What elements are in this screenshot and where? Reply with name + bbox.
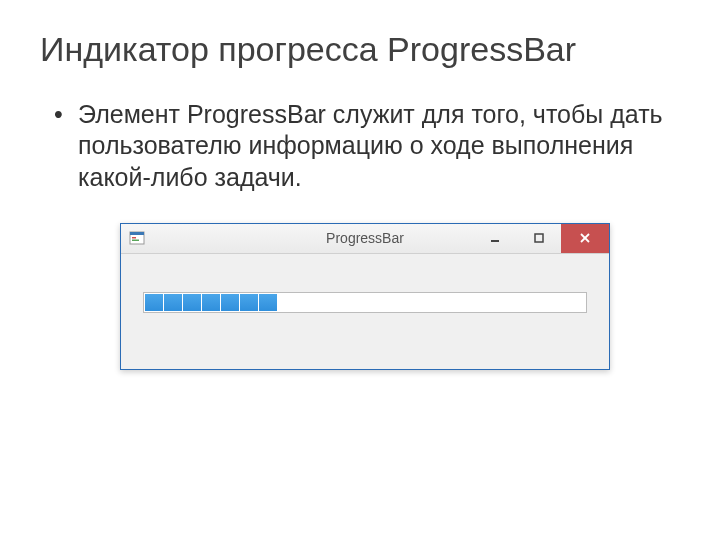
progress-block — [145, 294, 163, 311]
app-icon — [129, 230, 145, 246]
progress-block — [164, 294, 182, 311]
minimize-button[interactable] — [473, 224, 517, 253]
svg-rect-1 — [130, 232, 144, 235]
slide-title: Индикатор прогресса ProgressBar — [40, 30, 680, 69]
progress-bar — [143, 292, 587, 313]
progress-block — [259, 294, 277, 311]
svg-rect-5 — [535, 234, 543, 242]
progress-block — [202, 294, 220, 311]
progress-block — [240, 294, 258, 311]
caption-buttons — [473, 224, 609, 253]
window-titlebar: ProgressBar — [121, 224, 609, 254]
progress-block — [221, 294, 239, 311]
svg-rect-2 — [132, 237, 136, 239]
maximize-icon — [534, 233, 544, 243]
bullet-item: Элемент ProgressBar служит для того, что… — [50, 99, 680, 193]
svg-rect-4 — [491, 240, 499, 242]
progress-block — [183, 294, 201, 311]
bullet-list: Элемент ProgressBar служит для того, что… — [40, 99, 680, 193]
window-screenshot: ProgressBar — [120, 223, 610, 370]
svg-rect-3 — [132, 240, 139, 242]
window-client-area — [121, 254, 609, 369]
close-icon — [579, 232, 591, 244]
window-title: ProgressBar — [326, 230, 404, 246]
maximize-button[interactable] — [517, 224, 561, 253]
minimize-icon — [490, 233, 500, 243]
close-button[interactable] — [561, 224, 609, 253]
